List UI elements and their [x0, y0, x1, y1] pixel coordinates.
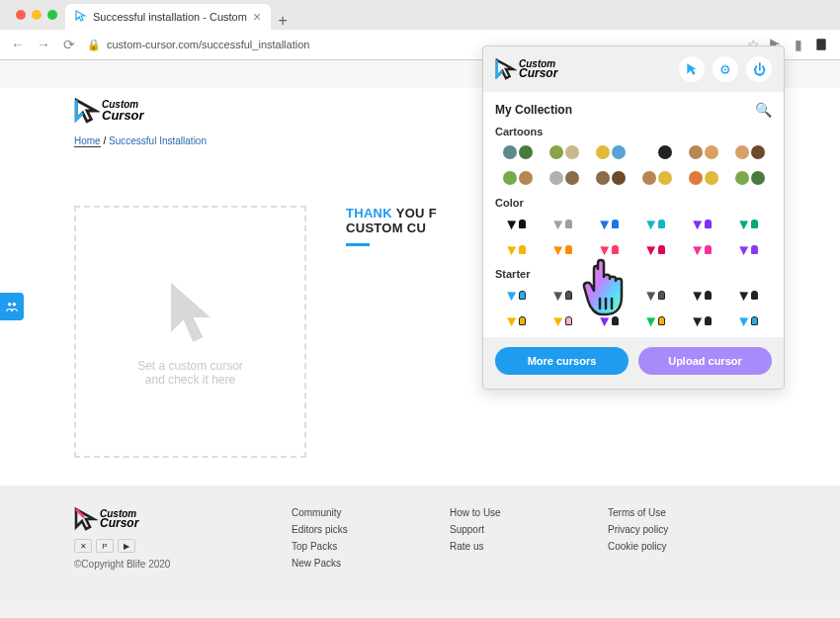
cursor-pack-item[interactable] — [681, 284, 725, 306]
popup-header: CustomCursor ⚙ ⏻ — [483, 46, 784, 92]
minimize-window[interactable] — [32, 10, 42, 20]
preview-cursor-icon — [161, 278, 220, 347]
tab-bar: Successful installation - Custom × + — [0, 0, 840, 30]
cursor-pack-item[interactable] — [495, 167, 540, 189]
twitter-icon[interactable]: ✕ — [74, 539, 92, 553]
cursor-pack-item[interactable] — [542, 238, 586, 260]
cursor-pack-item[interactable] — [588, 238, 632, 260]
back-button[interactable]: ← — [10, 37, 26, 52]
copyright-text: ©Copyright Blife 2020 — [74, 559, 272, 570]
people-icon — [5, 300, 19, 313]
footer-link[interactable]: Community — [292, 507, 430, 518]
cursor-logo-icon — [74, 507, 98, 531]
cursor-pack-item[interactable] — [542, 141, 586, 163]
popup-logo: CustomCursor — [495, 58, 557, 80]
cursor-pack-item[interactable] — [634, 238, 679, 260]
more-cursors-button[interactable]: More cursors — [495, 347, 629, 375]
cursor-preview-area[interactable]: Set a custom cursor and check it here — [74, 206, 306, 458]
footer-link[interactable]: Support — [450, 524, 588, 535]
settings-button[interactable]: ⚙ — [713, 56, 738, 82]
power-button[interactable]: ⏻ — [746, 56, 772, 82]
footer-link[interactable]: Cookie policy — [608, 541, 746, 552]
preview-text-2: and check it here — [145, 373, 235, 387]
cursor-pack-item[interactable] — [542, 284, 586, 306]
new-tab-button[interactable]: + — [271, 12, 294, 30]
svg-rect-0 — [816, 39, 825, 50]
cursor-pack-item[interactable] — [588, 167, 632, 189]
cursor-pack-item[interactable] — [588, 284, 632, 306]
upload-cursor-button[interactable]: Upload cursor — [638, 347, 772, 375]
thank-you-block: THANK YOU F CUSTOM CU — [346, 206, 437, 458]
footer-link[interactable]: How to Use — [450, 507, 588, 518]
cursor-pack-item[interactable] — [495, 141, 540, 163]
cursor-pack-item[interactable] — [634, 167, 679, 189]
default-cursor-button[interactable] — [679, 56, 705, 82]
cursor-icon — [685, 62, 699, 76]
cursor-pack-item[interactable] — [634, 284, 679, 306]
cursor-pack-item[interactable] — [542, 167, 586, 189]
cursor-pack-item[interactable] — [681, 167, 725, 189]
footer-link[interactable]: Editors picks — [292, 524, 430, 535]
cursor-pack-item[interactable] — [495, 284, 540, 306]
cursor-logo-icon — [74, 98, 100, 124]
preview-text-1: Set a custom cursor — [137, 359, 243, 373]
cursor-pack-item[interactable] — [634, 141, 679, 163]
search-icon[interactable]: 🔍 — [755, 102, 772, 118]
cursor-pack-item[interactable] — [681, 309, 725, 331]
cursor-pack-item[interactable] — [588, 141, 632, 163]
window-controls — [8, 0, 65, 30]
url-text: custom-cursor.com/successful_installatio… — [107, 39, 309, 50]
footer-link[interactable]: New Packs — [292, 558, 430, 569]
tab-title: Successful installation - Custom — [93, 11, 247, 23]
cursor-pack-item[interactable] — [495, 213, 540, 234]
cursor-pack-item[interactable] — [588, 213, 632, 234]
cursor-pack-item[interactable] — [681, 141, 725, 163]
favicon-icon — [75, 10, 87, 24]
section-color: Color — [495, 197, 772, 209]
footer-logo[interactable]: CustomCursor — [74, 507, 272, 531]
footer-link[interactable]: Rate us — [450, 541, 588, 552]
youtube-icon[interactable]: ▶ — [118, 539, 135, 553]
cursor-pack-item[interactable] — [727, 167, 772, 189]
footer-link[interactable]: Terms of Use — [608, 507, 746, 518]
cursor-pack-item[interactable] — [495, 238, 540, 260]
extension-popup: CustomCursor ⚙ ⏻ My Collection 🔍 Cartoon… — [482, 45, 785, 390]
section-starter: Starter — [495, 268, 772, 280]
close-window[interactable] — [16, 10, 26, 20]
popup-footer: More cursors Upload cursor — [483, 337, 784, 389]
cursor-logo-icon — [495, 58, 517, 80]
cursor-pack-item[interactable] — [727, 309, 772, 331]
close-tab-icon[interactable]: × — [253, 9, 261, 25]
cursor-pack-item[interactable] — [727, 284, 772, 306]
gear-icon: ⚙ — [719, 62, 731, 77]
cursor-pack-item[interactable] — [588, 309, 632, 331]
feedback-tab[interactable] — [0, 293, 24, 320]
cursor-pack-item[interactable] — [727, 213, 772, 234]
section-cartoons: Cartoons — [495, 126, 772, 137]
cursor-pack-item[interactable] — [681, 213, 725, 234]
breadcrumb-current[interactable]: Successful Installation — [109, 135, 207, 146]
cursor-pack-item[interactable] — [727, 141, 772, 163]
cursor-pack-item[interactable] — [634, 309, 679, 331]
cursor-pack-item[interactable] — [681, 238, 725, 260]
power-icon: ⏻ — [753, 62, 766, 77]
cursor-pack-item[interactable] — [542, 213, 586, 234]
footer-link[interactable]: Top Packs — [292, 541, 430, 552]
breadcrumb-home[interactable]: Home — [74, 135, 101, 147]
cursor-pack-item[interactable] — [542, 309, 586, 331]
maximize-window[interactable] — [47, 10, 57, 20]
reload-button[interactable]: ⟳ — [61, 37, 77, 52]
lock-icon: 🔒 — [87, 39, 101, 51]
collection-title: My Collection — [495, 103, 572, 117]
popup-body: My Collection 🔍 Cartoons Color Starter — [483, 92, 784, 337]
extension-icon[interactable] — [812, 36, 830, 53]
footer-link[interactable]: Privacy policy — [608, 524, 746, 535]
forward-button[interactable]: → — [36, 37, 51, 52]
cursor-pack-item[interactable] — [495, 309, 540, 331]
cursor-pack-item[interactable] — [727, 238, 772, 260]
svg-point-2 — [13, 303, 16, 307]
pinterest-icon[interactable]: P — [96, 539, 114, 553]
browser-tab[interactable]: Successful installation - Custom × — [65, 4, 271, 30]
cursor-pack-item[interactable] — [634, 213, 679, 234]
menu-icon[interactable]: ▮ — [791, 37, 806, 52]
